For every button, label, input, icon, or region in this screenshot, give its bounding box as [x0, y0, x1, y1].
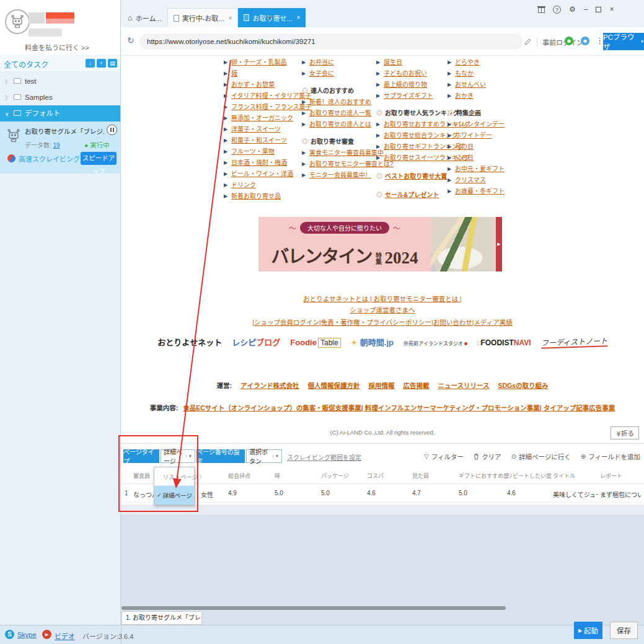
foodie-table-logo[interactable]: FoodieTable — [290, 337, 340, 348]
management-link[interactable]: 採用情報 — [368, 381, 394, 390]
page-link[interactable]: 新着！達人のおすすめ — [309, 99, 371, 105]
footer-links-line3[interactable]: |ショップ会員ログイン|免責・著作権・プライバシーポリシー|お問い合わせ|メディ… — [121, 317, 644, 327]
page-link[interactable]: 子どものお祝い — [384, 70, 427, 77]
page-link[interactable]: おかき — [455, 92, 474, 99]
footer-links-line1[interactable]: おとりよせネットとは | お取り寄せモニター審査とは | — [121, 294, 644, 303]
column-header[interactable]: リピートしたい度 — [507, 472, 552, 480]
management-link[interactable]: ニュースリリース — [438, 381, 489, 390]
dropdown-menu-item[interactable]: ✓ 詳細ページ 〉 — [154, 486, 194, 505]
column-header[interactable]: コスパ — [367, 472, 384, 480]
table-cell[interactable]: 4.6 — [507, 490, 552, 496]
column-header[interactable]: 審査員 — [133, 472, 150, 480]
page-link[interactable]: 母の日 — [455, 143, 474, 150]
folder-row[interactable]: 〉Samples — [0, 89, 120, 105]
page-link[interactable]: おせんべい — [455, 81, 486, 88]
page-link[interactable]: フルーツ・果物 — [231, 148, 275, 155]
column-header[interactable]: パッケージ — [321, 472, 349, 480]
task-view-icon[interactable]: ▤ — [108, 59, 117, 68]
table-cell[interactable]: 美味しくてジューシー... — [553, 490, 598, 499]
column-header[interactable]: 見た目 — [412, 472, 429, 480]
maximize-button[interactable] — [596, 7, 601, 12]
table-cell[interactable]: まず梱包についてです... — [600, 490, 641, 499]
folder-row[interactable]: ∨デフォルト — [0, 105, 120, 121]
table-cell[interactable]: 5.0 — [459, 490, 503, 496]
page-link[interactable]: イタリア料理・イタリア菓子 — [231, 92, 311, 99]
url-input[interactable]: https://www.otoriyose.net/kuchikomi/kuch… — [139, 33, 523, 50]
prelogin-label[interactable]: 事前ログイン — [537, 37, 583, 47]
data-count-link[interactable]: 19 — [53, 142, 60, 149]
green-contact-icon[interactable]: ☻ — [565, 37, 573, 45]
skype-link[interactable]: Skype — [17, 631, 37, 638]
page-link[interactable]: お歳暮・冬ギフト — [455, 188, 505, 195]
page-link[interactable]: 実食モニター審査員募集中 — [309, 149, 384, 156]
page-link[interactable]: お中元・夏ギフト — [455, 165, 505, 172]
table-cell[interactable]: 4.9 — [228, 490, 273, 496]
fold-button[interactable]: ≫折る — [611, 426, 639, 439]
foodist-navi-logo[interactable]: ∷FOODISTNAVI — [477, 337, 531, 348]
close-button[interactable]: × — [609, 5, 614, 14]
page-link[interactable]: モニター会員募集中！ — [309, 172, 371, 179]
page-link[interactable]: サプライズギフト — [384, 92, 433, 99]
page-link[interactable]: お取り寄せの達人一覧 — [309, 110, 371, 117]
management-link[interactable]: 個人情報保護方針 — [307, 381, 359, 390]
asajikan-logo[interactable]: ☀ 朝時間.jp — [351, 336, 394, 348]
table-cell[interactable]: 5.0 — [321, 490, 366, 496]
help-icon[interactable]: ? — [553, 6, 561, 14]
run-button[interactable]: ▶起動 — [574, 622, 602, 639]
column-header[interactable]: レポート — [600, 472, 641, 480]
table-cell[interactable]: 4.6 — [367, 490, 412, 496]
column-header[interactable]: タイトル — [553, 472, 575, 480]
page-link[interactable]: 誕生日 — [384, 59, 402, 66]
video-link[interactable]: ビデオ — [55, 631, 75, 641]
page-link[interactable]: 女子会に — [309, 70, 334, 77]
table-cell[interactable]: 5.0 — [275, 490, 319, 496]
page-link[interactable]: お取り寄せ総合ランキング — [384, 132, 458, 139]
footer-links-line2[interactable]: ショップ運営者さまへ — [121, 305, 644, 314]
column-header[interactable]: 味 — [275, 472, 280, 480]
page-link[interactable]: ホワイトデー — [455, 132, 492, 139]
page-link[interactable]: 和菓子・和スイーツ — [231, 137, 287, 144]
page-link[interactable]: おかず・お惣菜 — [231, 81, 275, 88]
banner-next-arrow[interactable]: ▶ — [496, 217, 502, 271]
page-link[interactable]: 日本酒・焼酎・梅酒 — [231, 159, 287, 166]
clear-button[interactable]: クリア — [474, 452, 501, 461]
new-task-icon[interactable]: + — [97, 59, 106, 68]
table-cell[interactable]: 4.7 — [412, 490, 457, 496]
page-link[interactable]: 新着お取り寄せ品 — [231, 193, 281, 200]
management-link[interactable]: アイランド株式会社 — [240, 381, 299, 390]
valentine-banner[interactable]: 〜 大切な人や自分に贈りたい 〜 バレンタイン 特集 2024 ▶ — [258, 217, 502, 271]
minimize-button[interactable]: – — [584, 5, 588, 14]
page-link[interactable]: お取り寄せ審査 — [311, 138, 354, 145]
island-studio-logo[interactable]: 外苑前アイランドスタジオ — [404, 337, 467, 348]
all-tasks-label[interactable]: 全てのタスク — [4, 59, 48, 69]
filter-button[interactable]: ▽フィルター — [424, 452, 464, 461]
page-link[interactable]: ドリンク — [231, 182, 256, 188]
page-link[interactable]: 父の日 — [455, 154, 474, 161]
blue-contact-icon[interactable]: ☻ — [581, 37, 589, 45]
data-group-tab[interactable]: 1. お取り寄せグルメ「ブレジュ」... — [121, 611, 202, 625]
page-type-select[interactable]: 詳細ページ▼ — [161, 449, 195, 463]
page-link[interactable]: もなか — [455, 70, 474, 77]
close-tab-icon[interactable]: × — [297, 14, 301, 21]
pause-task-button[interactable] — [107, 125, 117, 135]
page-link[interactable]: クリスマス — [455, 177, 486, 183]
goto-detail-button[interactable]: ⊙詳細ページに行く — [511, 452, 571, 461]
close-tab-icon[interactable]: × — [229, 15, 232, 22]
scrape-range-link[interactable]: スクレイビング範囲を設定 — [287, 452, 361, 462]
management-link[interactable]: 広告掲載 — [403, 381, 429, 390]
management-link[interactable]: SDGsの取り組み — [498, 381, 548, 390]
page-link[interactable]: ベストお取り寄せ大賞 — [385, 173, 447, 180]
browser-tab[interactable]: ⌂ ホーム... × — [122, 8, 167, 27]
task-card[interactable]: お取り寄せグルメ「ブレジュ」「奥出雲和... データ数: 19 ● 実行中 高速… — [0, 121, 120, 174]
recipe-blog-logo[interactable]: レシピブログ — [232, 336, 280, 348]
page-link[interactable]: 卵・チーズ・乳製品 — [231, 59, 287, 66]
avatar[interactable] — [5, 9, 30, 34]
pay-link[interactable]: 料金を払うに行く >> — [25, 42, 89, 52]
page-link[interactable]: お弁当に — [309, 59, 334, 66]
page-link[interactable]: 麺 — [231, 70, 237, 77]
refresh-icon[interactable]: ↻ — [127, 35, 135, 45]
page-link[interactable]: バレンタインデー — [455, 121, 505, 128]
dropdown-menu-item[interactable]: ✓ リストページ 〉 — [154, 467, 194, 486]
page-link[interactable]: 無添加・オーガニック — [231, 115, 293, 121]
horizontal-scrollbar[interactable] — [121, 606, 506, 610]
